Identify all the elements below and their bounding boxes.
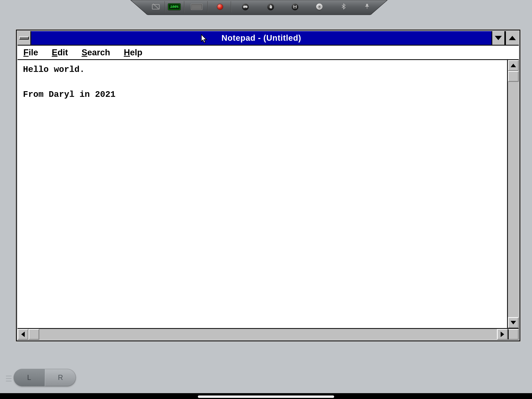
battery-level-label: 100% (170, 5, 178, 9)
disk-icon (292, 4, 298, 10)
record-button[interactable] (213, 2, 227, 12)
hand-icon (267, 4, 274, 10)
arrow-down-icon (511, 321, 516, 324)
disk-menu-button[interactable] (288, 2, 302, 12)
sizegrip[interactable] (508, 329, 519, 340)
bluetooth-icon (342, 4, 346, 10)
fullscreen-icon (152, 3, 160, 11)
svg-line-12 (318, 8, 319, 8)
svg-rect-3 (294, 5, 296, 6)
right-click-label: R (58, 373, 63, 382)
pin-button[interactable] (360, 2, 374, 12)
bluetooth-button[interactable] (337, 2, 350, 12)
side-menu-button[interactable] (6, 376, 12, 381)
menu-edit-label: dit (57, 48, 68, 57)
menu-edit-hotkey: E (52, 48, 57, 57)
svg-point-5 (319, 6, 320, 7)
menu-search[interactable]: Search (82, 48, 110, 57)
fullscreen-toggle-button[interactable] (149, 2, 163, 12)
settings-button[interactable] (313, 2, 326, 12)
arrow-up-icon (511, 64, 516, 67)
arrow-left-icon (21, 332, 25, 337)
menu-help-hotkey: H (124, 48, 130, 57)
left-click-button[interactable]: L (14, 369, 44, 386)
battery-icon: 100% (168, 4, 181, 10)
scroll-left-button[interactable] (18, 329, 28, 340)
maximize-button[interactable] (505, 31, 519, 45)
scroll-down-button[interactable] (508, 317, 519, 328)
menu-help[interactable]: Help (124, 48, 142, 57)
svg-rect-4 (294, 7, 296, 8)
gamepad-icon (242, 4, 249, 10)
menubar: File Edit Search Help (18, 45, 519, 60)
mouse-button-widget: L R (14, 369, 76, 386)
menu-file-hotkey: F (23, 48, 29, 57)
window-title: Notepad - (Untitled) (31, 31, 492, 45)
touch-mode-button[interactable] (264, 2, 278, 12)
system-menu-icon (19, 36, 29, 39)
notepad-window: Notepad - (Untitled) File Edit Search He… (16, 30, 520, 341)
system-menu-button[interactable] (18, 31, 31, 45)
keyboard-icon (191, 4, 203, 10)
left-click-label: L (27, 373, 31, 382)
vertical-scroll-thumb[interactable] (508, 71, 519, 82)
onscreen-keyboard-button[interactable] (190, 2, 203, 12)
pin-icon (365, 4, 369, 10)
horizontal-scroll-thumb[interactable] (28, 329, 39, 340)
gear-icon (316, 4, 323, 10)
client-area: Hello world. From Daryl in 2021 (18, 60, 519, 328)
text-editor[interactable]: Hello world. From Daryl in 2021 (18, 60, 507, 328)
vertical-scroll-track[interactable] (508, 71, 519, 317)
home-indicator[interactable] (198, 395, 334, 398)
scroll-up-button[interactable] (508, 60, 519, 71)
arrow-right-icon (501, 332, 504, 337)
menu-help-label: elp (130, 48, 143, 57)
bottom-bar (0, 393, 532, 399)
horizontal-scroll-track[interactable] (28, 329, 497, 340)
scroll-right-button[interactable] (497, 329, 508, 340)
horizontal-scrollbar[interactable] (18, 328, 519, 340)
titlebar[interactable]: Notepad - (Untitled) (18, 31, 519, 45)
menu-search-label: earch (87, 48, 110, 57)
right-click-button[interactable]: R (45, 369, 76, 386)
svg-line-11 (320, 8, 321, 8)
menu-edit[interactable]: Edit (52, 48, 68, 57)
menu-search-hotkey: S (82, 48, 87, 57)
menu-file-label: ile (29, 48, 38, 57)
svg-line-13 (320, 6, 321, 6)
vertical-scrollbar[interactable] (507, 60, 519, 328)
svg-line-10 (318, 6, 319, 6)
minimize-icon (495, 36, 502, 40)
record-icon (217, 4, 223, 10)
gamepad-button[interactable] (239, 2, 252, 12)
minimize-button[interactable] (492, 31, 505, 45)
emulator-toolbar: 100% (130, 0, 387, 14)
battery-indicator[interactable]: 100% (167, 2, 181, 12)
maximize-icon (509, 36, 516, 40)
menu-file[interactable]: File (23, 48, 38, 57)
